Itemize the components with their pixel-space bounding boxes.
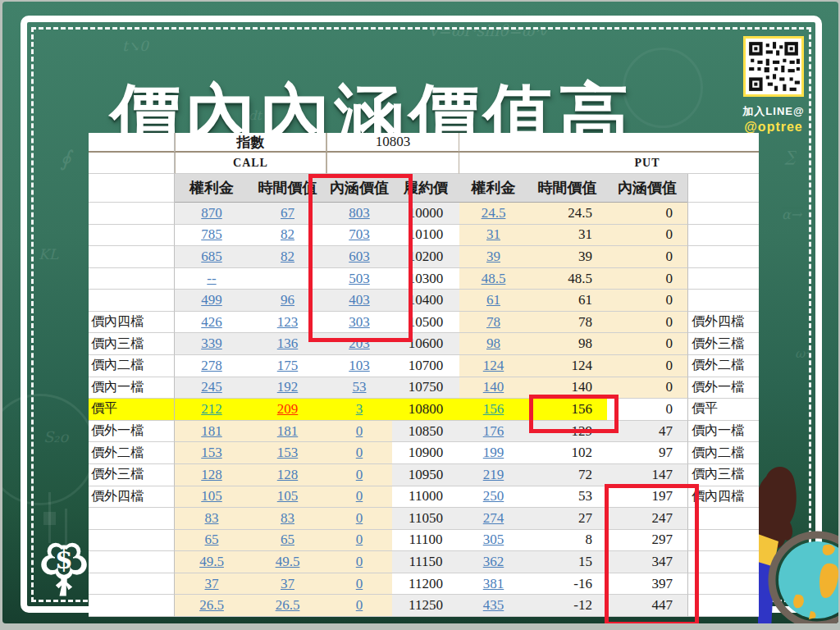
option-value-link[interactable]: 176 (483, 423, 504, 440)
cell-put-intrinsic: 447 (607, 595, 687, 617)
option-value-link[interactable]: 49.5 (199, 554, 224, 570)
option-value-link[interactable]: 24.5 (482, 205, 506, 221)
option-value-link[interactable]: 136 (277, 336, 299, 352)
option-value-link[interactable]: 67 (281, 205, 294, 221)
cell-strike-price: 10900 (392, 442, 459, 464)
option-value-link[interactable]: 153 (277, 445, 299, 461)
option-value-link[interactable]: 48.5 (482, 271, 506, 287)
option-value-link[interactable]: 26.5 (276, 597, 300, 614)
cell-put-premium: 156 (459, 399, 527, 421)
row-label-right (687, 203, 759, 225)
option-value-link[interactable]: 0 (356, 597, 363, 614)
option-value-link[interactable]: 26.5 (199, 597, 224, 614)
option-value-link[interactable]: 83 (205, 510, 219, 527)
option-value-link[interactable]: 603 (349, 249, 370, 265)
cell-strike-price: 11100 (392, 530, 459, 552)
option-value-link[interactable]: 124 (483, 358, 504, 374)
option-value-link[interactable]: 175 (277, 358, 299, 374)
corner-cell (89, 133, 175, 153)
option-value-link[interactable]: 435 (483, 597, 504, 614)
option-value-link[interactable]: 98 (486, 336, 500, 352)
option-value-link[interactable]: 3 (356, 401, 363, 418)
option-value-link[interactable]: 0 (356, 423, 363, 440)
option-value-link[interactable]: 105 (201, 488, 222, 504)
row-label-right: 價外二檔 (687, 355, 759, 377)
option-value-link[interactable]: 381 (483, 576, 504, 592)
option-value-link[interactable]: 82 (281, 249, 294, 265)
option-value-link[interactable]: 803 (349, 205, 370, 221)
option-value-link[interactable]: 870 (201, 205, 222, 221)
option-value-link[interactable]: 499 (201, 292, 222, 308)
option-value-link[interactable]: 49.5 (276, 554, 300, 570)
option-value-link[interactable]: 128 (277, 467, 299, 483)
line-handle: @optree (728, 120, 819, 135)
option-value-link[interactable]: 61 (486, 292, 500, 308)
option-value-link[interactable]: 156 (483, 401, 504, 418)
row-label-right: 價內一檔 (687, 421, 759, 443)
cell-strike-price: 10750 (392, 377, 459, 399)
option-value-link[interactable]: 103 (349, 358, 370, 374)
option-value-link[interactable]: 65 (281, 532, 294, 548)
option-value-link[interactable]: 181 (201, 423, 222, 440)
option-value-link[interactable]: 199 (483, 445, 504, 461)
empty-cell (687, 174, 759, 203)
option-value-link[interactable]: -- (207, 271, 216, 287)
option-value-link[interactable]: 0 (356, 532, 363, 548)
option-value-link[interactable]: 212 (201, 401, 222, 418)
option-value-link[interactable]: 0 (356, 510, 363, 527)
option-value-link[interactable]: 0 (356, 445, 363, 461)
cell-put-intrinsic: 47 (607, 421, 687, 443)
option-value-link[interactable]: 53 (353, 379, 367, 395)
row-label-left: 價內一檔 (89, 377, 175, 399)
option-value-link[interactable]: 31 (486, 226, 500, 243)
option-value-link[interactable]: 181 (277, 423, 299, 440)
cell-put-intrinsic: 197 (607, 486, 687, 509)
option-value-link[interactable]: 0 (356, 488, 363, 504)
option-value-link[interactable]: 250 (483, 488, 504, 504)
cell-call-intrinsic: 203 (326, 333, 392, 355)
option-value-link[interactable]: 209 (277, 401, 299, 418)
option-value-link[interactable]: 96 (281, 292, 294, 308)
option-value-link[interactable]: 0 (356, 576, 363, 592)
option-value-link[interactable]: 305 (483, 532, 504, 548)
option-value-link[interactable]: 274 (483, 510, 504, 527)
row-label-left: 價內三檔 (89, 333, 175, 355)
option-value-link[interactable]: 785 (201, 226, 222, 243)
option-value-link[interactable]: 339 (201, 336, 222, 352)
option-value-link[interactable]: 78 (486, 314, 500, 331)
cell-call-time-value: 67 (249, 203, 326, 225)
option-value-link[interactable]: 37 (205, 576, 219, 592)
row-label-right: 價外一檔 (687, 377, 759, 399)
cell-call-time-value: 83 (249, 508, 326, 530)
cell-call-premium: 83 (175, 508, 249, 530)
option-value-link[interactable]: 140 (483, 379, 504, 395)
option-value-link[interactable]: 83 (281, 510, 294, 527)
cell-put-intrinsic: 0 (607, 399, 687, 421)
option-value-link[interactable]: 0 (356, 467, 363, 483)
option-value-link[interactable]: 303 (349, 314, 370, 331)
option-value-link[interactable]: 82 (281, 226, 294, 243)
option-value-link[interactable]: 278 (201, 358, 222, 374)
option-value-link[interactable]: 105 (277, 488, 299, 504)
option-value-link[interactable]: 37 (281, 576, 294, 592)
option-value-link[interactable]: 65 (205, 532, 219, 548)
option-value-link[interactable]: 0 (356, 554, 363, 570)
option-value-link[interactable]: 39 (486, 249, 500, 265)
option-value-link[interactable]: 685 (201, 249, 222, 265)
column-header-0: 權利金 (175, 174, 249, 203)
option-value-link[interactable]: 245 (201, 379, 222, 395)
option-value-link[interactable]: 426 (201, 314, 222, 331)
option-value-link[interactable]: 128 (201, 467, 222, 483)
row-label-right: 價內二檔 (687, 442, 759, 464)
cell-call-premium: 128 (175, 464, 249, 486)
option-value-link[interactable]: 403 (349, 292, 370, 308)
option-value-link[interactable]: 192 (277, 379, 299, 395)
option-value-link[interactable]: 153 (201, 445, 222, 461)
option-value-link[interactable]: 503 (349, 271, 370, 287)
option-value-link[interactable]: 219 (483, 467, 504, 483)
option-value-link[interactable]: 203 (349, 336, 370, 352)
option-value-link[interactable]: 362 (483, 554, 504, 570)
option-value-link[interactable]: 703 (349, 226, 370, 243)
row-label-left (89, 530, 175, 552)
option-value-link[interactable]: 123 (277, 314, 299, 331)
